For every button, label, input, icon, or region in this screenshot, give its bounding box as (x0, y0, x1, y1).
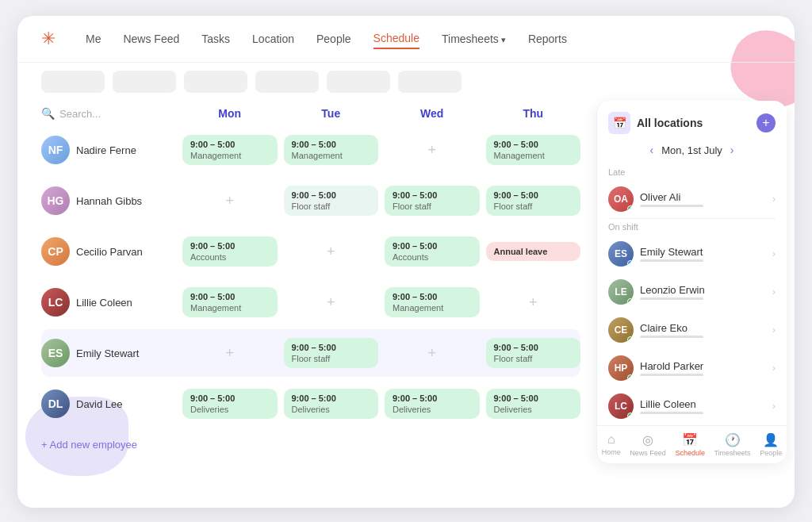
list-item[interactable]: HP Harold Parker › (597, 349, 787, 387)
shift-cell-thu[interactable]: + (486, 282, 581, 323)
add-shift-btn[interactable]: + (327, 244, 335, 260)
search-placeholder: Search... (59, 108, 101, 120)
shift-dept: Management (190, 303, 270, 313)
shift-dept: Floor staff (292, 354, 371, 363)
avatar: NF (41, 136, 70, 164)
nav-location[interactable]: Location (252, 29, 294, 48)
filter-pill-2[interactable] (113, 71, 176, 93)
shift-cell-tue[interactable]: 9:00 – 5:00 Floor staff (284, 180, 379, 221)
filter-pill-6[interactable] (398, 71, 462, 93)
shift-block[interactable]: 9:00 – 5:00 Deliveries (385, 389, 480, 419)
add-location-button[interactable]: + (756, 113, 776, 132)
status-indicator (627, 336, 634, 343)
shift-block[interactable]: 9:00 – 5:00 Floor staff (284, 338, 379, 368)
app-logo[interactable]: ✳ (41, 29, 56, 49)
bottom-nav-schedule[interactable]: 📅 Schedule (675, 432, 705, 457)
status-indicator (627, 298, 634, 305)
add-shift-btn[interactable]: + (427, 142, 436, 159)
filter-pill-3[interactable] (184, 71, 247, 93)
list-item[interactable]: LE Leonzio Erwin › (597, 273, 787, 311)
shift-block[interactable]: 9:00 – 5:00 Floor staff (486, 338, 581, 368)
shift-cell-wed[interactable]: 9:00 – 5:00 Accounts (385, 231, 480, 272)
add-shift-btn[interactable]: + (225, 345, 234, 362)
shift-cell-mon[interactable]: + (182, 180, 278, 221)
date-next-button[interactable]: › (730, 144, 734, 156)
shift-block[interactable]: 9:00 – 5:00 Deliveries (486, 389, 581, 419)
shift-block[interactable]: 9:00 – 5:00 Floor staff (486, 186, 581, 216)
employee-info: NF Nadire Ferne (41, 136, 176, 164)
people-icon: 👤 (763, 432, 779, 447)
shift-time: 9:00 – 5:00 (393, 292, 472, 301)
list-item[interactable]: OA Oliver Ali › (597, 180, 787, 218)
shift-block[interactable]: 9:00 – 5:00 Management (182, 135, 278, 165)
shift-block[interactable]: 9:00 – 5:00 Management (182, 287, 278, 317)
shift-cell-wed[interactable]: 9:00 – 5:00 Management (385, 282, 480, 323)
shift-cell-thu[interactable]: 9:00 – 5:00 Deliveries (486, 383, 581, 424)
add-employee-button[interactable]: + Add new employee (41, 428, 580, 451)
shift-cell-tue[interactable]: + (284, 282, 379, 323)
employee-name: Hannah Gibbs (76, 195, 142, 207)
shift-time: 9:00 – 5:00 (292, 140, 371, 149)
shift-cell-wed[interactable]: + (385, 129, 480, 171)
nav-me[interactable]: Me (86, 29, 101, 48)
bottom-nav-newsfeed[interactable]: ◎ News Feed (630, 432, 666, 457)
shift-cell-tue[interactable]: 9:00 – 5:00 Floor staff (284, 332, 379, 374)
list-item[interactable]: CE Claire Eko › (597, 311, 787, 349)
shift-cell-thu[interactable]: 9:00 – 5:00 Floor staff (486, 180, 581, 221)
person-avatar: LC (608, 393, 634, 419)
shift-cell-wed[interactable]: 9:00 – 5:00 Deliveries (385, 383, 480, 424)
shift-cell-mon[interactable]: 9:00 – 5:00 Accounts (182, 231, 278, 272)
add-shift-btn[interactable]: + (427, 345, 436, 362)
add-shift-btn[interactable]: + (529, 294, 538, 311)
shift-block[interactable]: 9:00 – 5:00 Management (385, 287, 480, 317)
shift-block[interactable]: 9:00 – 5:00 Accounts (385, 236, 480, 267)
nav-newsfeed[interactable]: News Feed (123, 29, 179, 48)
shift-cell-wed[interactable]: + (385, 332, 480, 374)
shift-cell-thu[interactable]: Annual leave (486, 231, 581, 272)
shift-block[interactable]: 9:00 – 5:00 Management (486, 135, 581, 165)
bottom-nav-timesheets[interactable]: 🕐 Timesheets (714, 432, 750, 457)
shift-cell-mon[interactable]: 9:00 – 5:00 Management (182, 282, 278, 323)
shift-cell-thu[interactable]: 9:00 – 5:00 Management (486, 129, 581, 171)
shift-cell-mon[interactable]: + (182, 332, 278, 374)
shift-block[interactable]: 9:00 – 5:00 Deliveries (182, 389, 278, 419)
panel-header: 📅 All locations + (597, 101, 787, 140)
shift-time: 9:00 – 5:00 (292, 190, 371, 200)
nav-schedule[interactable]: Schedule (373, 29, 419, 49)
shift-cell-tue[interactable]: + (284, 231, 379, 272)
shift-block[interactable]: 9:00 – 5:00 Accounts (182, 236, 278, 267)
nav-tasks[interactable]: Tasks (201, 29, 230, 48)
shift-block[interactable]: 9:00 – 5:00 Floor staff (284, 186, 379, 216)
shift-cell-thu[interactable]: 9:00 – 5:00 Floor staff (486, 332, 581, 374)
nav-reports[interactable]: Reports (528, 29, 567, 48)
search-box[interactable]: 🔍 Search... (41, 107, 176, 120)
main-card: ✳ Me News Feed Tasks Location People Sch… (17, 16, 795, 508)
add-shift-btn[interactable]: + (225, 193, 234, 209)
shift-time: 9:00 – 5:00 (494, 343, 573, 352)
filter-pill-4[interactable] (255, 71, 319, 93)
list-item[interactable]: ES Emily Stewart › (597, 235, 787, 273)
panel-bottom-nav: ⌂ Home ◎ News Feed 📅 Schedule 🕐 Timeshee… (597, 425, 787, 463)
nav-people[interactable]: People (316, 29, 351, 48)
day-header-mon: Mon (182, 107, 278, 120)
add-shift-btn[interactable]: + (327, 294, 335, 311)
shift-block[interactable]: 9:00 – 5:00 Management (284, 135, 379, 165)
table-row: CP Cecilio Parvan 9:00 – 5:00 Accounts + (41, 228, 580, 275)
person-status-bar (640, 336, 703, 338)
shift-cell-wed[interactable]: 9:00 – 5:00 Floor staff (385, 180, 480, 221)
list-item[interactable]: LC Lillie Coleen › (597, 387, 787, 425)
date-prev-button[interactable]: ‹ (650, 144, 654, 156)
shift-cell-mon[interactable]: 9:00 – 5:00 Deliveries (182, 383, 278, 424)
table-row: NF Nadire Ferne 9:00 – 5:00 Management 9… (41, 126, 580, 174)
shift-block[interactable]: 9:00 – 5:00 Deliveries (284, 389, 379, 419)
shift-block-leave[interactable]: Annual leave (486, 242, 581, 261)
shift-cell-tue[interactable]: 9:00 – 5:00 Deliveries (284, 383, 379, 424)
bottom-nav-home[interactable]: ⌂ Home (602, 432, 621, 457)
filter-pill-5[interactable] (327, 71, 390, 93)
shift-block[interactable]: 9:00 – 5:00 Floor staff (385, 186, 480, 216)
nav-timesheets[interactable]: Timesheets (442, 29, 506, 48)
filter-pill-1[interactable] (41, 71, 105, 93)
shift-cell-tue[interactable]: 9:00 – 5:00 Management (284, 129, 379, 171)
shift-cell-mon[interactable]: 9:00 – 5:00 Management (182, 129, 278, 171)
bottom-nav-people[interactable]: 👤 People (760, 432, 782, 457)
